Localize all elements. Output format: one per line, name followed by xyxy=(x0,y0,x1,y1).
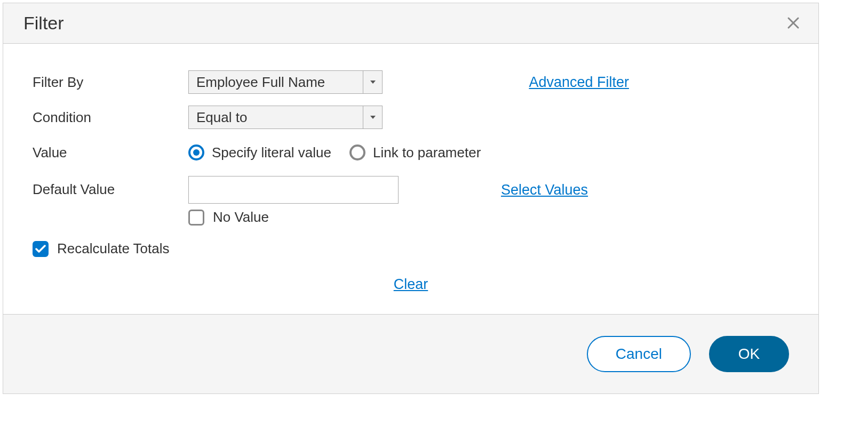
filter-by-label: Filter By xyxy=(33,74,188,91)
value-label: Value xyxy=(33,144,188,161)
ok-button[interactable]: OK xyxy=(709,336,789,372)
specify-literal-radio[interactable]: Specify literal value xyxy=(188,144,331,161)
recalculate-checkbox[interactable] xyxy=(33,241,49,257)
advanced-filter-link[interactable]: Advanced Filter xyxy=(529,74,629,91)
close-icon[interactable] xyxy=(787,15,800,32)
default-value-input[interactable] xyxy=(188,176,399,204)
link-parameter-radio[interactable]: Link to parameter xyxy=(349,144,481,161)
default-value-row: Default Value Select Values No Value xyxy=(33,176,789,226)
default-value-label: Default Value xyxy=(33,176,188,198)
filter-dialog: Filter Filter By Employee Full Name Adva… xyxy=(3,3,819,394)
recalculate-label: Recalculate Totals xyxy=(57,240,170,257)
no-value-label: No Value xyxy=(213,209,269,226)
filter-by-row: Filter By Employee Full Name Advanced Fi… xyxy=(33,70,789,94)
clear-link[interactable]: Clear xyxy=(394,276,428,292)
value-radio-group: Specify literal value Link to parameter xyxy=(188,144,493,161)
condition-select-value: Equal to xyxy=(189,106,363,128)
cancel-button[interactable]: Cancel xyxy=(587,336,691,372)
radio-selected-icon xyxy=(188,144,204,160)
no-value-checkbox-row[interactable]: No Value xyxy=(188,209,269,226)
value-row: Value Specify literal value Link to para… xyxy=(33,141,789,164)
radio-unselected-icon xyxy=(349,144,365,160)
chevron-down-icon xyxy=(363,106,382,128)
specify-literal-label: Specify literal value xyxy=(212,144,331,161)
dialog-body: Filter By Employee Full Name Advanced Fi… xyxy=(3,44,818,314)
dialog-header: Filter xyxy=(3,3,818,44)
dialog-footer: Cancel OK xyxy=(3,314,818,393)
chevron-down-icon xyxy=(363,71,382,93)
select-values-link[interactable]: Select Values xyxy=(501,182,588,198)
condition-select[interactable]: Equal to xyxy=(188,106,383,129)
recalculate-totals-row[interactable]: Recalculate Totals xyxy=(33,240,789,257)
condition-label: Condition xyxy=(33,109,188,126)
dialog-title: Filter xyxy=(23,13,64,34)
link-parameter-label: Link to parameter xyxy=(373,144,481,161)
no-value-checkbox[interactable] xyxy=(188,210,204,226)
filter-by-select-value: Employee Full Name xyxy=(189,71,363,93)
condition-row: Condition Equal to xyxy=(33,106,789,129)
clear-link-row: Clear xyxy=(33,276,789,293)
filter-by-select[interactable]: Employee Full Name xyxy=(188,70,383,94)
